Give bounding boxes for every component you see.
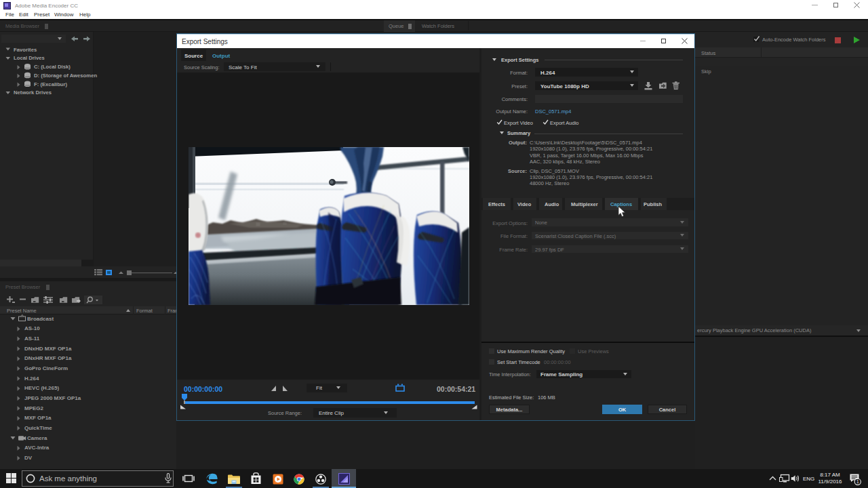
svg-text:1: 1 xyxy=(856,479,859,484)
